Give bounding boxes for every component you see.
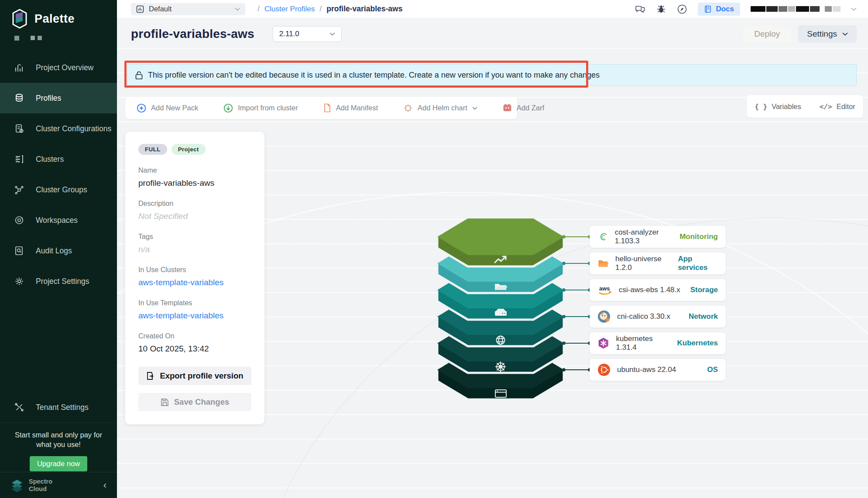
in-use-cluster-link[interactable]: aws-template-variables bbox=[138, 278, 223, 287]
breadcrumb-cluster-profiles-link[interactable]: Cluster Profiles bbox=[264, 5, 315, 14]
pack-toolbar: Add New Pack Import from cluster Add Man… bbox=[125, 97, 517, 119]
helm-wheel-icon bbox=[495, 362, 506, 372]
book-icon bbox=[704, 5, 712, 13]
spectro-cloud-logo-icon bbox=[10, 479, 24, 492]
page-title: profile-variables-aws bbox=[131, 27, 254, 41]
user-name-redacted[interactable] bbox=[751, 6, 841, 12]
kubernetes-icon bbox=[597, 337, 610, 350]
profile-layer-stack bbox=[436, 209, 567, 401]
settings-button[interactable]: Settings bbox=[798, 25, 857, 43]
bug-report-icon[interactable] bbox=[656, 4, 666, 14]
lock-icon bbox=[135, 71, 143, 80]
sidebar-item-label: Profiles bbox=[36, 94, 61, 103]
chevron-down-icon bbox=[472, 106, 477, 110]
version-selector[interactable]: 2.11.0 bbox=[273, 26, 342, 42]
docs-button[interactable]: Docs bbox=[698, 3, 740, 16]
pack-card-hello-universe[interactable]: hello-universe 1.2.0 App services bbox=[590, 252, 726, 274]
chevron-down-icon bbox=[329, 32, 335, 36]
save-icon bbox=[161, 398, 169, 406]
chevron-down-icon bbox=[235, 7, 240, 11]
import-circle-icon bbox=[223, 103, 233, 113]
sidebar-item-audit-logs[interactable]: Audit Logs bbox=[0, 235, 117, 266]
sidebar-item-label: Clusters bbox=[36, 155, 64, 164]
in-use-clusters-label: In Use Clusters bbox=[138, 266, 251, 274]
calico-icon bbox=[597, 310, 611, 323]
pack-card-csi-aws-ebs[interactable]: aws csi-aws-ebs 1.48.x Storage bbox=[590, 279, 726, 301]
project-selector[interactable]: Default bbox=[131, 3, 245, 15]
plus-circle-icon bbox=[137, 103, 146, 113]
layers-database-icon bbox=[14, 93, 24, 103]
folder-icon bbox=[597, 257, 609, 270]
chat-icon[interactable] bbox=[635, 4, 645, 14]
pack-card-cost-analyzer[interactable]: cost-analyzer 1.103.3 Monitoring bbox=[590, 226, 726, 248]
orbit-icon bbox=[14, 215, 24, 225]
name-value: profile-variables-aws bbox=[138, 178, 251, 188]
tags-value: n/a bbox=[138, 245, 251, 254]
zarf-icon bbox=[503, 104, 512, 112]
sidebar-item-profiles[interactable]: Profiles bbox=[0, 83, 117, 113]
main-content: Default / Cluster Profiles / profile-var… bbox=[117, 0, 868, 498]
stack-layer-monitoring[interactable] bbox=[437, 218, 564, 266]
view-switcher: { } Variables </> Editor bbox=[747, 95, 863, 118]
collapse-sidebar-icon[interactable]: ‹ bbox=[103, 481, 106, 490]
sidebar-item-label: Workspaces bbox=[36, 216, 78, 225]
add-manifest-button[interactable]: Add Manifest bbox=[323, 103, 378, 113]
project-icon bbox=[136, 5, 144, 13]
breadcrumb: / Cluster Profiles / profile-variables-a… bbox=[257, 4, 402, 14]
manifest-file-icon bbox=[323, 103, 331, 113]
import-from-cluster-button[interactable]: Import from cluster bbox=[223, 103, 298, 113]
pack-card-kubernetes[interactable]: kubernetes 1.31.4 Kubernetes bbox=[590, 332, 726, 354]
variables-button[interactable]: { } Variables bbox=[755, 102, 801, 111]
add-helm-chart-button[interactable]: Add Helm chart bbox=[403, 103, 477, 113]
version-value: 2.11.0 bbox=[279, 30, 299, 38]
ubuntu-icon bbox=[597, 363, 611, 376]
sidebar-item-project-overview[interactable]: Project Overview bbox=[0, 52, 117, 83]
user-menu-chevron-icon[interactable] bbox=[851, 7, 857, 11]
title-row: profile-variables-aws 2.11.0 Deploy Sett… bbox=[131, 23, 857, 45]
sidebar-item-clusters[interactable]: Clusters bbox=[0, 144, 117, 174]
topbar-actions: Docs bbox=[635, 3, 857, 16]
description-label: Description bbox=[138, 200, 251, 208]
code-icon: </> bbox=[820, 102, 832, 111]
editor-button[interactable]: </> Editor bbox=[820, 102, 855, 111]
breadcrumb-current: profile-variables-aws bbox=[326, 4, 402, 14]
sidebar-item-cluster-groups[interactable]: Cluster Groups bbox=[0, 174, 117, 205]
sidebar: Palette Project Overview Profiles Cluste… bbox=[0, 0, 117, 498]
add-new-pack-button[interactable]: Add New Pack bbox=[137, 103, 198, 113]
in-use-template-link[interactable]: aws-template-variables bbox=[138, 311, 223, 320]
deploy-button[interactable]: Deploy bbox=[743, 25, 791, 43]
sidebar-item-cluster-configurations[interactable]: Cluster Configurations bbox=[0, 113, 117, 144]
brand-name: Spectro Cloud bbox=[29, 478, 52, 492]
pack-card-ubuntu-aws[interactable]: ubuntu-aws 22.04 OS bbox=[590, 359, 726, 381]
readonly-banner: This profile version can't be edited bec… bbox=[127, 64, 857, 86]
bar-chart-icon bbox=[14, 62, 24, 73]
magnifier-document-icon bbox=[14, 246, 24, 256]
banner-text: This profile version can't be edited bec… bbox=[148, 71, 600, 80]
tools-icon bbox=[14, 402, 24, 413]
server-list-icon bbox=[14, 154, 24, 164]
compass-icon[interactable] bbox=[677, 4, 687, 14]
app-name: Palette bbox=[34, 12, 75, 26]
name-label: Name bbox=[138, 167, 251, 174]
sidebar-item-tenant-settings[interactable]: Tenant Settings bbox=[0, 392, 117, 423]
tags-label: Tags bbox=[138, 233, 251, 241]
pack-card-cni-calico[interactable]: cni-calico 3.30.x Network bbox=[590, 306, 726, 327]
sidebar-item-label: Cluster Configurations bbox=[36, 124, 111, 133]
layer-connectors bbox=[559, 227, 594, 375]
gear-icon bbox=[14, 276, 24, 287]
sidebar-nav: Project Overview Profiles Cluster Config… bbox=[0, 52, 117, 297]
created-on-label: Created On bbox=[138, 332, 251, 340]
sidebar-item-workspaces[interactable]: Workspaces bbox=[0, 205, 117, 235]
aws-icon: aws bbox=[597, 283, 612, 297]
description-value: Not Specified bbox=[138, 211, 251, 221]
sidebar-item-project-settings[interactable]: Project Settings bbox=[0, 266, 117, 297]
sidebar-item-label: Project Overview bbox=[36, 63, 93, 72]
upgrade-promo: Start small and only pay for what you us… bbox=[0, 423, 117, 471]
kubecost-icon bbox=[597, 230, 608, 243]
add-zarf-button[interactable]: Add Zarf bbox=[503, 104, 544, 112]
chevron-down-icon bbox=[842, 32, 848, 36]
export-profile-version-button[interactable]: Export profile version bbox=[138, 367, 251, 385]
logo: Palette bbox=[0, 0, 117, 29]
upgrade-now-button[interactable]: Upgrade now bbox=[30, 456, 87, 471]
save-changes-button[interactable]: Save Changes bbox=[138, 393, 251, 411]
